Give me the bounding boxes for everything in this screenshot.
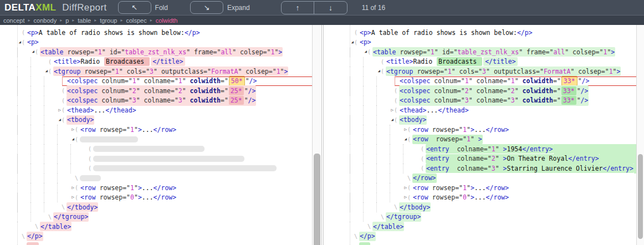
tree-guide-line	[17, 164, 30, 173]
code-line: ◢(<table rowsep="1" id="table_zst_nlk_xs…	[324, 47, 636, 57]
code-token: colnum="	[98, 96, 132, 104]
left-scrollbar-thumb[interactable]	[314, 154, 320, 245]
diff-nav-group: ↑ ↓	[281, 1, 347, 14]
expand-toggle-icon[interactable]: ▷	[391, 108, 393, 113]
fold-button[interactable]: ↖	[118, 1, 151, 14]
code-line: ◢(<tgroup rowsep="1" cols="3" outputclas…	[324, 67, 636, 76]
code-token: colname="	[449, 155, 492, 162]
expand-toggle-icon[interactable]: ▷	[58, 108, 61, 113]
code-text: <row rowsep="1">...</row>	[412, 125, 509, 134]
code-token: "	[578, 77, 582, 85]
code-line: (<colspec colnum="2" colname="2" colwidt…	[324, 86, 636, 96]
collapse-toggle-icon[interactable]: ◢	[365, 50, 367, 54]
code-token: <thead>	[67, 106, 94, 114]
collapse-toggle-icon[interactable]: ◢	[45, 69, 48, 73]
code-token: >	[138, 193, 142, 201]
fold-hook-icon: (	[62, 117, 65, 123]
fold-hook-icon: (	[381, 68, 384, 74]
tree-guide-line	[44, 105, 57, 115]
breadcrumb-item[interactable]: colspec	[126, 17, 146, 24]
collapse-toggle-icon[interactable]: ◢	[19, 40, 21, 44]
code-token: </tbody>	[67, 203, 98, 211]
breadcrumb-item[interactable]: tgroup	[100, 17, 117, 24]
expand-toggle-icon[interactable]: ▷	[404, 186, 407, 190]
tree-guide-line	[70, 144, 84, 154]
code-token: ...	[474, 193, 486, 201]
fold-arrow-icon: ↖	[131, 3, 137, 12]
collapse-toggle-icon[interactable]: ◢	[378, 69, 380, 73]
code-line	[0, 241, 312, 245]
code-token: 1	[463, 184, 467, 192]
tree-guide-line	[17, 67, 30, 76]
expand-arrow-icon: ↘	[203, 3, 209, 12]
code-token: 1	[431, 48, 435, 56]
code-line: \</table>	[0, 222, 312, 232]
code-token: rowsep="	[428, 135, 467, 143]
tree-guide-line	[30, 125, 44, 135]
collapse-toggle-icon[interactable]: ◢	[32, 50, 34, 54]
breadcrumb-item[interactable]: p	[65, 17, 69, 24]
left-scrollbar[interactable]	[312, 25, 321, 245]
code-token: rowsep="	[428, 193, 463, 201]
collapse-toggle-icon[interactable]: ◢	[405, 137, 407, 141]
expand-button[interactable]: ↘	[190, 1, 223, 14]
code-token: <row	[80, 193, 96, 201]
logo-delta: DELTA	[4, 2, 35, 13]
code-token: />	[582, 77, 590, 85]
tree-guide-line	[376, 164, 390, 173]
fold-hook-icon: (	[394, 117, 397, 123]
breadcrumb-item[interactable]: table	[78, 17, 91, 24]
code-token: <colspec	[400, 87, 430, 95]
code-token: 1	[277, 68, 280, 75]
code-text: <row rowsep="1">...</row>	[412, 183, 509, 192]
code-token: FormatA	[544, 68, 570, 75]
fold-hook-icon: (	[75, 195, 78, 201]
code-line: <colspec colnum="1" colname="1" colwidth…	[0, 76, 312, 86]
code-token: ="	[221, 87, 228, 95]
code-token: FormatA	[211, 68, 238, 75]
right-scrollbar-thumb[interactable]	[638, 154, 643, 239]
breadcrumb-item[interactable]: conbody	[34, 17, 57, 24]
tree-guide-line	[30, 105, 44, 115]
code-token: >	[138, 126, 142, 134]
expand-toggle-icon[interactable]: ▷	[71, 186, 74, 190]
breadcrumb-item[interactable]: concept	[3, 17, 25, 24]
tree-guide-line	[390, 164, 403, 173]
code-token: table_zst_nlk_xs	[457, 48, 519, 56]
code-text: </table>	[372, 222, 404, 231]
expand-toggle-icon[interactable]: ▷	[71, 127, 74, 132]
previous-diff-button[interactable]: ↑	[282, 2, 315, 14]
next-diff-button[interactable]: ↓	[314, 2, 347, 14]
tree-guide-line	[57, 125, 70, 135]
code-token: " frame="	[186, 48, 221, 56]
code-token: 1	[130, 126, 134, 134]
code-token: "	[467, 184, 471, 192]
code-token: 33*	[561, 96, 576, 105]
collapse-toggle-icon[interactable]: ◢	[391, 118, 393, 122]
code-token: table_zst_nlk_xs	[125, 48, 186, 56]
code-token: colname="	[449, 145, 492, 153]
code-line: ▷(<row rowsep="0">...</row>	[0, 193, 312, 203]
right-scrollbar[interactable]	[636, 25, 644, 245]
code-token: </thead>	[438, 106, 468, 114]
code-text: </table>	[40, 222, 71, 231]
code-token: <entry	[426, 155, 449, 162]
expand-toggle-icon[interactable]: ▷	[404, 195, 407, 200]
tree-guide-line	[376, 193, 390, 203]
right-document-panel: (<p>A table of radio shows is shown belo…	[324, 25, 644, 245]
expand-toggle-icon[interactable]: ▷	[404, 127, 407, 132]
expand-toggle-icon[interactable]: ▷	[71, 195, 74, 200]
folded-content-placeholder	[27, 242, 39, 245]
code-text: <tgroup rowsep="1" cols="3" outputclass=…	[386, 67, 621, 76]
tree-guide-line	[390, 135, 403, 145]
tree-guide-line	[363, 135, 376, 145]
code-token: "	[182, 87, 190, 95]
code-token: <title>	[386, 58, 413, 65]
collapse-toggle-icon[interactable]: ◢	[72, 137, 74, 141]
code-token: 3	[511, 96, 515, 104]
app-header: DELTAXML DiffReport ↖ Fold ↘ Expand ↑ ↓ …	[0, 0, 644, 16]
code-token: " outputclass="	[154, 68, 211, 75]
collapse-toggle-icon[interactable]: ◢	[351, 40, 354, 44]
tree-guide-line	[350, 57, 363, 67]
collapse-toggle-icon[interactable]: ◢	[59, 118, 61, 122]
